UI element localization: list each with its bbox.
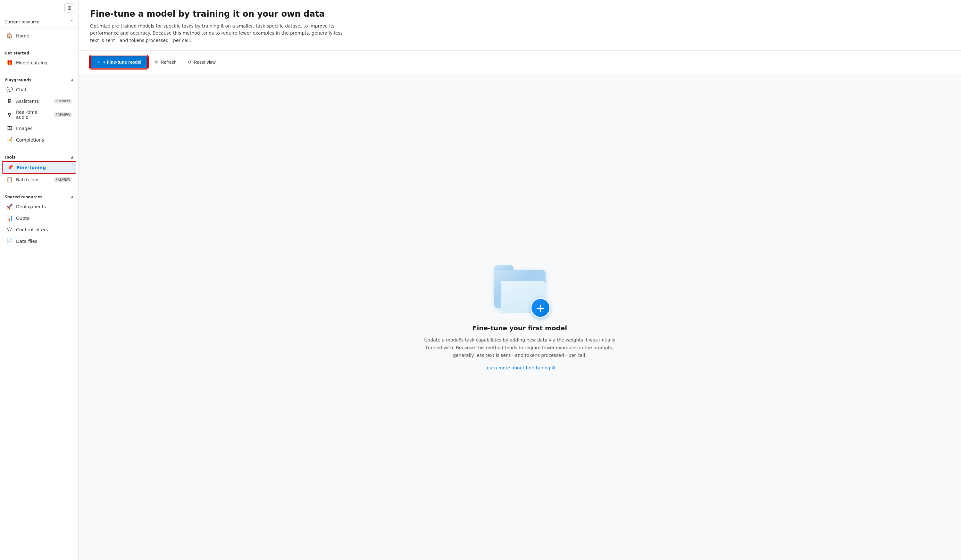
preview-badge: PREVIEW <box>54 177 72 182</box>
sidebar-item-label: Images <box>16 126 72 131</box>
sidebar-toggle-area: ⊞ <box>0 0 78 16</box>
quota-icon: 📊 <box>6 215 13 221</box>
reset-view-label: Reset view <box>194 59 215 65</box>
sidebar-item-deployments[interactable]: 🚀 Deployments <box>2 201 76 212</box>
collapse-icon[interactable]: ∧ <box>71 78 74 82</box>
tools-group: Tools ∧ 📌 Fine-tuning 📋 Batch jobs PREVI… <box>0 151 78 188</box>
empty-state-title: Fine-tune your first model <box>472 324 567 332</box>
reset-view-button[interactable]: ↺ Reset view <box>183 57 220 67</box>
sidebar-item-label: Data files <box>16 239 72 244</box>
toolbar: ＋ + Fine-tune model ↻ Refresh ↺ Reset vi… <box>79 51 961 74</box>
get-started-group: Get started 🎁 Model catalog <box>0 47 78 71</box>
sidebar-item-quota[interactable]: 📊 Quota <box>2 212 76 224</box>
chevron-down-icon: ⌃ <box>70 19 74 24</box>
reset-icon: ↺ <box>188 59 192 65</box>
fine-tune-model-label: + Fine-tune model <box>103 59 141 65</box>
model-catalog-icon: 🎁 <box>6 59 13 66</box>
refresh-icon: ↻ <box>155 59 159 65</box>
fine-tune-model-button[interactable]: ＋ + Fine-tune model <box>90 56 148 69</box>
page-description: Optimize pre-trained models for specific… <box>90 22 353 44</box>
real-time-audio-icon: 🎙 <box>6 112 13 118</box>
batch-jobs-icon: 📋 <box>6 177 13 183</box>
images-icon: 🖼 <box>6 125 13 132</box>
sidebar-item-label: Chat <box>16 87 72 92</box>
sidebar-item-label: Assistants <box>16 99 50 104</box>
page-title: Fine-tune a model by training it on your… <box>90 9 950 19</box>
refresh-button[interactable]: ↻ Refresh <box>150 57 181 67</box>
sidebar-item-home[interactable]: 🏠 Home <box>2 30 76 41</box>
sidebar-item-label: Deployments <box>16 204 72 209</box>
learn-more-link[interactable]: Learn more about fine-tuning ⧉ <box>484 365 555 371</box>
folder-illustration: + <box>491 263 549 314</box>
fine-tuning-icon: 📌 <box>7 164 13 170</box>
sidebar-item-data-files[interactable]: 📄 Data files <box>2 236 76 247</box>
sidebar-item-assistants[interactable]: 🖥 Assistants PREVIEW <box>2 95 76 107</box>
sidebar-item-label: Batch jobs <box>16 177 50 182</box>
tools-header[interactable]: Tools ∧ <box>0 152 78 161</box>
sidebar-item-fine-tuning[interactable]: 📌 Fine-tuning <box>2 161 76 173</box>
sidebar-item-label: Real-time audio <box>16 109 50 120</box>
sidebar-item-label: Content filters <box>16 227 72 232</box>
deployments-icon: 🚀 <box>6 204 13 210</box>
sidebar-item-chat[interactable]: 💬 Chat <box>2 84 76 95</box>
content-filters-icon: 🛡 <box>6 226 13 233</box>
sidebar-item-real-time-audio[interactable]: 🎙 Real-time audio PREVIEW <box>2 107 76 122</box>
playgrounds-header[interactable]: Playgrounds ∧ <box>0 75 78 83</box>
home-icon: 🏠 <box>6 33 13 39</box>
page-header: Fine-tune a model by training it on your… <box>79 0 961 51</box>
get-started-header: Get started <box>0 48 78 57</box>
sidebar-item-batch-jobs[interactable]: 📋 Batch jobs PREVIEW <box>2 174 76 185</box>
sidebar-item-label: Fine-tuning <box>17 165 71 170</box>
preview-badge: PREVIEW <box>54 112 72 117</box>
sidebar-item-content-filters[interactable]: 🛡 Content filters <box>2 224 76 235</box>
sidebar-item-label: Completions <box>16 138 72 143</box>
sidebar-item-model-catalog[interactable]: 🎁 Model catalog <box>2 57 76 68</box>
sidebar-item-label: Quota <box>16 216 72 221</box>
sidebar-item-label: Model catalog <box>16 60 72 65</box>
learn-more-label: Learn more about fine-tuning <box>484 365 550 370</box>
current-resource-selector[interactable]: Current resource ⌃ <box>0 16 78 28</box>
collapse-icon[interactable]: ∧ <box>71 155 74 160</box>
refresh-label: Refresh <box>161 59 176 65</box>
nav-top-group: 🏠 Home <box>0 28 78 43</box>
external-link-icon: ⧉ <box>552 365 555 371</box>
preview-badge: PREVIEW <box>54 99 72 103</box>
data-files-icon: 📄 <box>6 238 13 244</box>
empty-state-description: Update a model's task capabilities by ad… <box>421 336 619 359</box>
current-resource-label: Current resource <box>5 19 39 24</box>
sidebar-item-completions[interactable]: 📝 Completions <box>2 134 76 146</box>
collapse-icon[interactable]: ∧ <box>71 195 74 199</box>
sidebar-toggle-button[interactable]: ⊞ <box>64 3 74 13</box>
sidebar: ⊞ Current resource ⌃ 🏠 Home Get started … <box>0 0 79 560</box>
plus-icon: ＋ <box>96 59 101 65</box>
completions-icon: 📝 <box>6 137 13 143</box>
shared-resources-header[interactable]: Shared resources ∧ <box>0 192 78 201</box>
playgrounds-group: Playgrounds ∧ 💬 Chat 🖥 Assistants PREVIE… <box>0 73 78 148</box>
assistants-icon: 🖥 <box>6 98 13 104</box>
empty-state: + Fine-tune your first model Update a mo… <box>79 74 961 560</box>
main-content: Fine-tune a model by training it on your… <box>79 0 961 560</box>
sidebar-item-images[interactable]: 🖼 Images <box>2 123 76 134</box>
plus-circle-icon: + <box>530 298 550 318</box>
shared-resources-group: Shared resources ∧ 🚀 Deployments 📊 Quota… <box>0 190 78 249</box>
chat-icon: 💬 <box>6 87 13 93</box>
sidebar-item-label: Home <box>16 33 72 39</box>
